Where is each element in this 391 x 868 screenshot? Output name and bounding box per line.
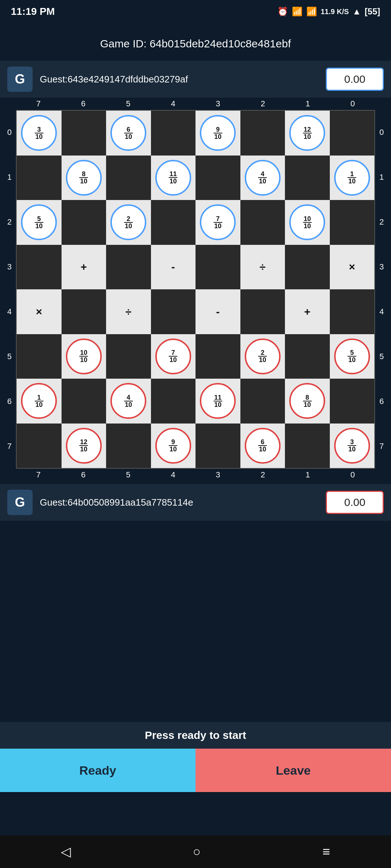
game-piece-blue[interactable]: 810: [66, 160, 102, 196]
board-cell[interactable]: [240, 200, 285, 245]
board-cell[interactable]: [17, 334, 62, 379]
board-cell[interactable]: 1110: [196, 379, 240, 424]
game-piece-blue[interactable]: 210: [110, 204, 146, 240]
col-label-bottom: 3: [196, 469, 240, 481]
game-piece-blue[interactable]: 410: [245, 160, 281, 196]
board-cell[interactable]: 1210: [62, 424, 106, 468]
board-cell[interactable]: [240, 289, 285, 334]
board-cell[interactable]: [240, 111, 285, 156]
board-cell[interactable]: 810: [285, 379, 330, 424]
game-piece-red[interactable]: 1210: [66, 428, 102, 464]
board-cell[interactable]: [196, 156, 240, 200]
game-piece-blue[interactable]: 1010: [289, 204, 325, 240]
game-piece-blue[interactable]: 610: [110, 115, 146, 151]
board-cell[interactable]: [151, 289, 196, 334]
row-label: 0: [3, 110, 16, 155]
board-cell[interactable]: 910: [151, 424, 196, 468]
home-button[interactable]: ○: [193, 844, 201, 859]
board-cell[interactable]: [330, 289, 375, 334]
game-piece-blue[interactable]: 1110: [155, 160, 191, 196]
board-cell[interactable]: ÷: [240, 245, 285, 290]
board-cell[interactable]: 910: [196, 111, 240, 156]
ready-button[interactable]: Ready: [0, 749, 196, 792]
board-cell[interactable]: [151, 200, 196, 245]
board-cell[interactable]: [17, 424, 62, 468]
board-cell[interactable]: ×: [17, 289, 62, 334]
back-button[interactable]: ◁: [61, 844, 71, 859]
board-cell[interactable]: [62, 200, 106, 245]
game-piece-red[interactable]: 810: [289, 383, 325, 419]
board-cell[interactable]: 610: [106, 111, 151, 156]
board-cell[interactable]: [285, 245, 330, 290]
board-cell[interactable]: [151, 379, 196, 424]
board-cell[interactable]: [330, 111, 375, 156]
board-cell[interactable]: [106, 156, 151, 200]
board-cell[interactable]: 1010: [62, 334, 106, 379]
board-cell[interactable]: 110: [330, 156, 375, 200]
board-cell[interactable]: 710: [151, 334, 196, 379]
board-cell[interactable]: 410: [240, 156, 285, 200]
board-cell[interactable]: [17, 156, 62, 200]
game-piece-blue[interactable]: 1210: [289, 115, 325, 151]
game-piece-red[interactable]: 1010: [66, 339, 102, 374]
board-cell[interactable]: 310: [17, 111, 62, 156]
board-cell[interactable]: 1210: [285, 111, 330, 156]
game-piece-red[interactable]: 310: [334, 428, 370, 464]
board-cell[interactable]: [285, 334, 330, 379]
game-piece-blue[interactable]: 110: [334, 160, 370, 196]
board-cell[interactable]: 610: [240, 424, 285, 468]
board-cell[interactable]: -: [151, 245, 196, 290]
game-piece-blue[interactable]: 910: [200, 115, 236, 151]
board-cell[interactable]: [106, 334, 151, 379]
board-cell[interactable]: [285, 156, 330, 200]
game-piece-red[interactable]: 410: [110, 383, 146, 419]
board-cell[interactable]: [196, 334, 240, 379]
board-cell[interactable]: [330, 379, 375, 424]
board-cell[interactable]: 410: [106, 379, 151, 424]
game-piece-red[interactable]: 510: [334, 339, 370, 374]
game-piece-red[interactable]: 710: [155, 339, 191, 374]
chess-board[interactable]: 310610910121081011104101105102107101010+…: [16, 110, 375, 469]
board-cell[interactable]: [106, 424, 151, 468]
board-cell[interactable]: 710: [196, 200, 240, 245]
board-cell[interactable]: +: [285, 289, 330, 334]
game-piece-red[interactable]: 910: [155, 428, 191, 464]
menu-button[interactable]: ≡: [323, 844, 330, 859]
board-cell[interactable]: -: [196, 289, 240, 334]
board-cell[interactable]: 310: [330, 424, 375, 468]
board-cell[interactable]: ×: [330, 245, 375, 290]
board-cell[interactable]: [151, 111, 196, 156]
game-piece-red[interactable]: 610: [245, 428, 281, 464]
board-cell[interactable]: 210: [106, 200, 151, 245]
board-cell[interactable]: [106, 245, 151, 290]
board-cell[interactable]: ÷: [106, 289, 151, 334]
col-label-top: 5: [106, 98, 151, 110]
board-cell[interactable]: 210: [240, 334, 285, 379]
board-cell[interactable]: [17, 245, 62, 290]
board-cell[interactable]: 510: [17, 200, 62, 245]
game-piece-blue[interactable]: 710: [200, 204, 236, 240]
board-cell[interactable]: 110: [17, 379, 62, 424]
game-piece-red[interactable]: 210: [245, 339, 281, 374]
game-piece-blue[interactable]: 310: [21, 115, 57, 151]
board-cell[interactable]: [62, 379, 106, 424]
board-cell[interactable]: 810: [62, 156, 106, 200]
nav-bar: ◁ ○ ≡: [0, 835, 391, 868]
board-cell[interactable]: 1110: [151, 156, 196, 200]
board-cell[interactable]: [240, 379, 285, 424]
board-cell[interactable]: [62, 111, 106, 156]
board-cell[interactable]: 510: [330, 334, 375, 379]
board-cell[interactable]: [330, 200, 375, 245]
board-cell[interactable]: [285, 424, 330, 468]
board-cell[interactable]: [62, 289, 106, 334]
board-cell[interactable]: 1010: [285, 200, 330, 245]
board-cell[interactable]: [196, 245, 240, 290]
board-cell[interactable]: +: [62, 245, 106, 290]
row-label: 1: [3, 155, 16, 200]
game-piece-blue[interactable]: 510: [21, 204, 57, 240]
leave-button[interactable]: Leave: [196, 749, 391, 792]
board-cell[interactable]: [196, 424, 240, 468]
game-piece-red[interactable]: 110: [21, 383, 57, 419]
row-label: 6: [3, 379, 16, 424]
game-piece-red[interactable]: 1110: [200, 383, 236, 419]
